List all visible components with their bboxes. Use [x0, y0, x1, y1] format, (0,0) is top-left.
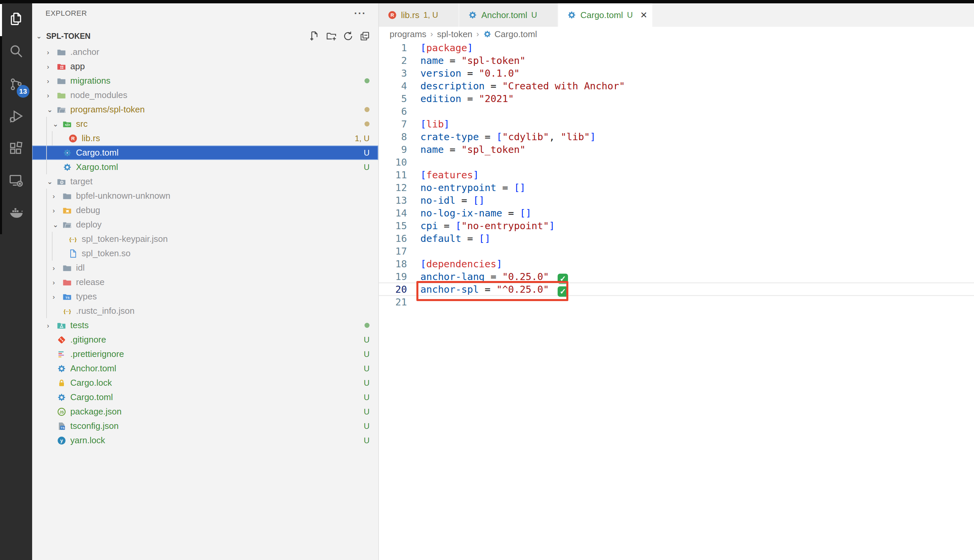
- tree-item-debug[interactable]: ›debug: [32, 203, 378, 217]
- activity-bar-item-source-control[interactable]: 13: [0, 69, 32, 101]
- tree-item-types[interactable]: ›TStypes: [32, 289, 378, 304]
- code-line-10[interactable]: 10: [379, 156, 974, 168]
- new-file-icon[interactable]: [309, 30, 321, 42]
- line-number: 8: [379, 130, 407, 143]
- tree-item-package-json[interactable]: JSpackage.jsonU: [32, 405, 378, 419]
- token: "cdylib": [502, 131, 549, 143]
- code-line-13[interactable]: 13no-idl = []: [379, 194, 974, 207]
- code-line-15[interactable]: 15cpi = ["no-entrypoint"]: [379, 220, 974, 232]
- gear-icon: [567, 10, 576, 20]
- folder-open-icon: [63, 220, 72, 230]
- tree-item-deploy[interactable]: ⌄deploy: [32, 217, 378, 232]
- token: ]: [590, 131, 595, 143]
- json-icon: {··}: [63, 307, 72, 316]
- gear-icon: [63, 163, 72, 172]
- new-folder-icon[interactable]: [325, 30, 337, 42]
- tree-item-bpfel-unknown-unknown[interactable]: ›bpfel-unknown-unknown: [32, 189, 378, 203]
- token: features: [426, 169, 473, 181]
- svg-text:y: y: [60, 438, 63, 443]
- code-line-2[interactable]: 2name = "spl-token": [379, 54, 974, 67]
- tree-item-app[interactable]: ›app: [32, 59, 378, 73]
- workspace-section-header[interactable]: ⌄ SPL-TOKEN: [32, 29, 378, 43]
- tab-anchor-toml[interactable]: Anchor.tomlU: [459, 3, 558, 27]
- tree-item-migrations[interactable]: ›migrations: [32, 73, 378, 88]
- tree-item-cargo-lock[interactable]: Cargo.lockU: [32, 376, 378, 390]
- token: description: [420, 80, 484, 92]
- token: no-log-ix-name: [420, 207, 502, 219]
- tree-item--anchor[interactable]: ›.anchor: [32, 45, 378, 59]
- sidebar-more-actions-icon[interactable]: ···: [354, 8, 366, 19]
- indent-guide: [52, 232, 53, 246]
- tree-item--prettierignore[interactable]: .prettierignoreU: [32, 347, 378, 361]
- code-line-16[interactable]: 16default = []: [379, 232, 974, 245]
- code-line-7[interactable]: 7[lib]: [379, 118, 974, 130]
- tree-item-spl-token-so[interactable]: spl_token.so: [32, 246, 378, 261]
- tab-lib-rs[interactable]: Rlib.rs1, U: [379, 3, 459, 27]
- tree-item-xargo-toml[interactable]: Xargo.tomlU: [32, 160, 378, 174]
- tree-item-target[interactable]: ⌄target: [32, 174, 378, 189]
- tree-item-release[interactable]: ›release: [32, 275, 378, 289]
- token: []: [520, 207, 531, 219]
- breadcrumb[interactable]: programs›spl-token›Cargo.toml: [379, 27, 974, 42]
- code-line-4[interactable]: 4description = "Created with Anchor": [379, 80, 974, 92]
- tree-item-tsconfig-json[interactable]: TStsconfig.jsonU: [32, 419, 378, 433]
- breadcrumb-item[interactable]: spl-token: [437, 29, 473, 40]
- breadcrumb-item[interactable]: Cargo.toml: [495, 29, 537, 40]
- tree-item-programs-spl-token[interactable]: ⌄programs/spl-token: [32, 102, 378, 117]
- tree-item-decorations: U: [364, 163, 378, 172]
- code-line-12[interactable]: 12no-entrypoint = []: [379, 181, 974, 194]
- code-line-14[interactable]: 14no-log-ix-name = []: [379, 207, 974, 220]
- breadcrumb-item[interactable]: programs: [389, 29, 426, 40]
- tree-item-anchor-toml[interactable]: Anchor.tomlU: [32, 361, 378, 376]
- tree-item--gitignore[interactable]: .gitignoreU: [32, 333, 378, 347]
- activity-bar-item-explorer[interactable]: [0, 3, 32, 35]
- tree-item-yarn-lock[interactable]: yyarn.lockU: [32, 433, 378, 448]
- tree-item-node-modules[interactable]: ›node_modules: [32, 88, 378, 102]
- token: =: [461, 93, 479, 104]
- code-line-18[interactable]: 18[dependencies]: [379, 258, 974, 270]
- tree-item-label: app: [70, 61, 85, 72]
- tree-item-idl[interactable]: ›idl: [32, 261, 378, 275]
- tab-cargo-toml[interactable]: Cargo.tomlU✕: [558, 3, 653, 27]
- code-line-6[interactable]: 6: [379, 105, 974, 118]
- tree-item-cargo-toml[interactable]: Cargo.tomlU: [32, 145, 378, 160]
- tree-item--rustc-info-json[interactable]: {··}.rustc_info.json: [32, 304, 378, 318]
- code-line-17[interactable]: 17: [379, 245, 974, 258]
- code-line-9[interactable]: 9name = "spl_token": [379, 143, 974, 156]
- token: =: [479, 284, 496, 295]
- line-number: 15: [379, 220, 407, 232]
- tree-item-decorations: U: [364, 378, 378, 388]
- tree-item-tests[interactable]: ›tests: [32, 318, 378, 333]
- tab-bar: Rlib.rs1, UAnchor.tomlUCargo.tomlU✕: [379, 3, 974, 27]
- close-icon[interactable]: ✕: [640, 10, 648, 20]
- token: =: [484, 80, 502, 92]
- folder-test-icon: [57, 321, 66, 330]
- code-line-1[interactable]: 1[package]: [379, 42, 974, 54]
- code-line-19[interactable]: 19anchor-lang = "0.25.0"✓: [379, 270, 974, 283]
- code-editor[interactable]: 1[package]2name = "spl-token"3version = …: [379, 42, 974, 308]
- tree-item-lib-rs[interactable]: Rlib.rs1, U: [32, 131, 378, 145]
- activity-bar-item-run-debug[interactable]: [0, 101, 32, 133]
- tree-item-spl-token-keypair-json[interactable]: {··}spl_token-keypair.json: [32, 232, 378, 246]
- refresh-icon[interactable]: [342, 30, 354, 42]
- tree-item-label: migrations: [70, 76, 110, 86]
- activity-bar-item-docker[interactable]: [0, 197, 32, 230]
- git-status-badge: U: [364, 407, 369, 417]
- collapse-all-icon[interactable]: [359, 30, 371, 42]
- activity-bar-item-search[interactable]: [0, 35, 32, 68]
- current-line-border-top: [379, 282, 974, 283]
- git-status-badge: U: [364, 422, 369, 431]
- line-number: 20: [379, 283, 407, 296]
- code-line-20[interactable]: 20anchor-spl = "^0.25.0"✓: [379, 283, 974, 296]
- indent-guide: [46, 117, 47, 131]
- code-line-8[interactable]: 8crate-type = ["cdylib", "lib"]: [379, 130, 974, 143]
- code-line-5[interactable]: 5edition = "2021": [379, 92, 974, 105]
- activity-bar-item-remote-explorer[interactable]: [0, 165, 32, 197]
- active-view-indicator: [0, 4, 2, 36]
- tree-item-cargo-toml[interactable]: Cargo.tomlU: [32, 390, 378, 405]
- tree-item-src[interactable]: ⌄</>src: [32, 117, 378, 131]
- code-line-3[interactable]: 3version = "0.1.0": [379, 67, 974, 80]
- code-line-11[interactable]: 11[features]: [379, 168, 974, 181]
- code-line-21[interactable]: 21: [379, 296, 974, 308]
- activity-bar-item-extensions[interactable]: [0, 133, 32, 165]
